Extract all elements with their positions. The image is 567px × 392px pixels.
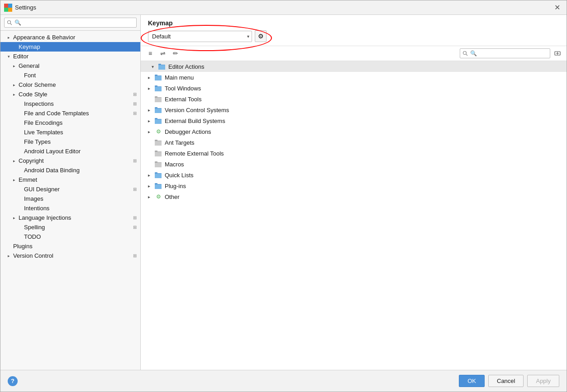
action-row-ant-targets[interactable]: Ant Targets (141, 137, 567, 148)
sidebar-search-container (0, 15, 140, 31)
action-arrow-tool-windows: ▸ (148, 86, 154, 91)
action-icon-remote-external-tools (154, 149, 162, 157)
sidebar-item-todo[interactable]: TODO (0, 232, 140, 241)
sidebar-item-badge-copyright: ⊞ (133, 158, 137, 163)
sidebar-item-appearance-behavior[interactable]: Appearance & Behavior (0, 33, 140, 42)
action-label-editor-actions: Editor Actions (168, 63, 205, 70)
sidebar-item-label-todo: TODO (24, 233, 41, 240)
sidebar-item-color-scheme[interactable]: Color Scheme (0, 80, 140, 90)
svg-rect-21 (155, 118, 157, 119)
ok-button[interactable]: OK (459, 375, 485, 387)
sidebar-item-badge-language-injections: ⊞ (133, 215, 137, 220)
sidebar-item-badge-version-control: ⊞ (133, 253, 137, 258)
sidebar-item-general[interactable]: General (0, 61, 140, 71)
action-row-external-tools[interactable]: External Tools (141, 94, 567, 104)
sidebar-item-version-control[interactable]: Version Control⊞ (0, 251, 140, 260)
action-row-other[interactable]: ▸⚙Other (141, 191, 567, 202)
action-row-macros[interactable]: Macros (141, 159, 567, 170)
action-label-quick-lists: Quick Lists (165, 172, 194, 179)
action-label-debugger-actions: Debugger Actions (165, 128, 211, 135)
sidebar-item-plugins[interactable]: Plugins (0, 241, 140, 251)
action-row-version-control-systems[interactable]: ▸Version Control Systems (141, 104, 567, 115)
svg-rect-13 (155, 87, 162, 91)
actions-search-input[interactable] (460, 48, 550, 58)
sidebar-item-badge-inspections: ⊞ (133, 101, 137, 106)
sidebar-item-font[interactable]: Font (0, 71, 140, 80)
sidebar-item-live-templates[interactable]: Live Templates (0, 128, 140, 137)
svg-rect-12 (155, 85, 157, 87)
action-icon-debugger-actions: ⚙ (154, 128, 162, 136)
sidebar-item-label-code-style: Code Style (19, 91, 48, 98)
window-title: Settings (15, 4, 552, 11)
sidebar-item-label-language-injections: Language Injections (19, 214, 71, 221)
bottom-right: OK Cancel Apply (459, 375, 559, 387)
sidebar-item-keymap[interactable]: Keymap (0, 42, 140, 52)
sidebar-item-android-data-binding[interactable]: Android Data Binding (0, 165, 140, 175)
sidebar-item-android-layout-editor[interactable]: Android Layout Editor (0, 146, 140, 156)
sidebar-item-label-keymap: Keymap (19, 43, 40, 50)
sidebar-item-emmet[interactable]: Emmet (0, 175, 140, 184)
sidebar-item-editor[interactable]: Editor (0, 52, 140, 61)
sidebar-item-label-spelling: Spelling (24, 224, 45, 231)
action-arrow-main-menu: ▸ (148, 75, 154, 80)
sidebar-item-label-android-layout-editor: Android Layout Editor (24, 148, 81, 155)
action-icon-external-build-systems (154, 117, 162, 125)
sidebar-item-intentions[interactable]: Intentions (0, 203, 140, 213)
action-row-quick-lists[interactable]: ▸Quick Lists (141, 170, 567, 180)
action-arrow-debugger-actions: ▸ (148, 129, 154, 134)
action-label-ant-targets: Ant Targets (165, 139, 195, 146)
sidebar-search-input[interactable] (4, 18, 137, 28)
title-bar: Settings ✕ (0, 0, 567, 15)
sidebar-item-language-injections[interactable]: Language Injections⊞ (0, 213, 140, 222)
svg-rect-15 (155, 96, 157, 98)
action-label-other: Other (165, 194, 180, 200)
sidebar-item-file-code-templates[interactable]: File and Code Templates⊞ (0, 109, 140, 118)
sidebar-item-label-emmet: Emmet (19, 176, 37, 183)
action-icon-version-control-systems (154, 106, 162, 114)
app-icon (4, 4, 12, 12)
action-row-remote-external-tools[interactable]: Remote External Tools (141, 148, 567, 159)
sidebar-item-label-appearance-behavior: Appearance & Behavior (13, 34, 75, 41)
action-row-debugger-actions[interactable]: ▸⚙Debugger Actions (141, 126, 567, 137)
action-row-external-build-systems[interactable]: ▸External Build Systems (141, 115, 567, 126)
edit-button[interactable]: ✏ (170, 48, 181, 59)
svg-rect-7 (158, 65, 165, 70)
svg-rect-25 (155, 141, 162, 146)
help-button[interactable]: ? (8, 376, 18, 386)
svg-rect-2 (4, 8, 8, 12)
find-by-shortcut-button[interactable] (552, 48, 563, 59)
action-row-editor-actions[interactable]: ▾Editor Actions (141, 61, 567, 72)
apply-button[interactable]: Apply (527, 375, 559, 387)
action-label-external-tools: External Tools (165, 96, 201, 103)
sidebar-item-label-font: Font (24, 72, 36, 79)
sidebar-item-file-encodings[interactable]: File Encodings (0, 118, 140, 128)
sidebar-item-badge-gui-designer: ⊞ (133, 187, 137, 192)
action-icon-macros (154, 160, 162, 168)
action-row-main-menu[interactable]: ▸Main menu (141, 72, 567, 83)
sidebar-item-spelling[interactable]: Spelling⊞ (0, 222, 140, 232)
action-row-plug-ins[interactable]: ▸Plug-ins (141, 180, 567, 191)
expand-all-button[interactable]: ≡ (144, 48, 156, 59)
svg-rect-37 (155, 184, 162, 189)
cancel-button[interactable]: Cancel (488, 375, 524, 387)
action-row-tool-windows[interactable]: ▸Tool Windows (141, 83, 567, 94)
sidebar-item-images[interactable]: Images (0, 194, 140, 203)
svg-rect-36 (155, 183, 157, 184)
sidebar-item-file-types[interactable]: File Types (0, 137, 140, 146)
sidebar-item-gui-designer[interactable]: GUI Designer⊞ (0, 184, 140, 194)
action-arrow-plug-ins: ▸ (148, 184, 154, 189)
keymap-gear-button[interactable]: ⚙ (255, 30, 267, 42)
sidebar-item-inspections[interactable]: Inspections⊞ (0, 99, 140, 109)
collapse-all-button[interactable]: ⇌ (157, 48, 169, 59)
action-label-tool-windows: Tool Windows (165, 85, 201, 92)
svg-rect-24 (155, 140, 157, 141)
action-arrow-other: ▸ (148, 194, 154, 199)
keymap-dropdown[interactable]: Default Eclipse Emacs NetBeans 6.5 Visua… (148, 31, 252, 42)
sidebar-item-code-style[interactable]: Code Style⊞ (0, 90, 140, 99)
svg-rect-3 (8, 8, 12, 12)
toolbar-search-area (460, 48, 563, 59)
close-button[interactable]: ✕ (552, 2, 563, 13)
action-icon-ant-targets (154, 138, 162, 146)
sidebar-item-copyright[interactable]: Copyright⊞ (0, 156, 140, 165)
actions-toolbar: ≡ ⇌ ✏ (141, 46, 567, 61)
